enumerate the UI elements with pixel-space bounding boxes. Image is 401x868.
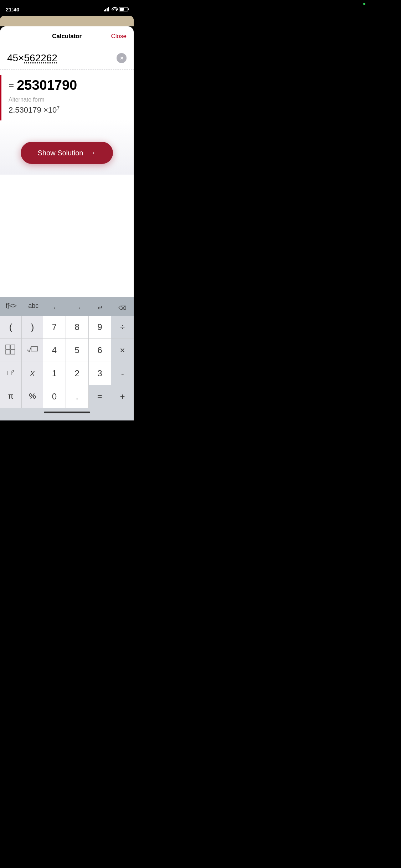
key-dot: .	[76, 392, 78, 402]
calculator-header: Calculator Close	[0, 26, 134, 45]
calculator-title: Calculator	[52, 33, 82, 40]
right-arrow-icon: →	[75, 304, 81, 312]
kb-right-arrow-btn[interactable]: →	[67, 301, 89, 314]
key-8: 8	[74, 322, 79, 332]
wifi-icon	[111, 7, 117, 11]
pi-percent-row: π %	[0, 385, 43, 408]
kb-divide-btn[interactable]: ÷	[111, 316, 134, 339]
kb-8-btn[interactable]: 8	[66, 316, 88, 339]
alternate-base: 2.530179	[9, 105, 41, 114]
pi-label: π	[8, 392, 13, 401]
kb-equals-btn[interactable]: =	[89, 385, 111, 408]
clear-button[interactable]	[117, 53, 127, 63]
kb-x-var-btn[interactable]: x	[22, 362, 43, 385]
svg-rect-2	[6, 350, 10, 354]
show-solution-area: Show Solution →	[0, 120, 134, 175]
kb-5-btn[interactable]: 5	[66, 339, 88, 362]
keyboard-main-grid: ( )	[0, 316, 134, 408]
kb-left-arrow-btn[interactable]: ←	[45, 301, 67, 314]
kb-9-btn[interactable]: 9	[89, 316, 111, 339]
svg-rect-0	[6, 345, 10, 349]
key-2: 2	[74, 368, 79, 378]
status-time: 21:40	[6, 6, 19, 12]
kb-minus-btn[interactable]: -	[111, 362, 134, 385]
key-9: 9	[97, 322, 102, 332]
home-bar	[44, 412, 90, 413]
kb-7-btn[interactable]: 7	[43, 316, 66, 339]
key-minus: -	[121, 368, 124, 378]
kb-0-btn[interactable]: 0	[43, 385, 66, 408]
functions-icon: f∫<>	[6, 302, 17, 310]
svg-rect-3	[11, 350, 15, 354]
key-5: 5	[74, 345, 79, 355]
kb-plus-btn[interactable]: +	[111, 385, 134, 408]
result-value: 25301790	[17, 78, 77, 93]
square-x-row: □2 x	[0, 362, 43, 385]
kb-close-paren-btn[interactable]: )	[22, 316, 43, 339]
svg-rect-4	[31, 347, 37, 351]
result-line: = 25301790	[9, 78, 127, 93]
battery-icon	[119, 7, 128, 11]
home-indicator-area	[0, 408, 134, 420]
kb-1-btn[interactable]: 1	[43, 362, 66, 385]
keyboard-top-row: f∫<> ··· abc ··· ← → ↵ ⌫	[0, 297, 134, 316]
status-bar: 21:40	[0, 0, 134, 16]
kb-functions-btn[interactable]: f∫<> ···	[0, 301, 22, 314]
equals-sign: =	[9, 80, 14, 91]
key-plus: +	[120, 392, 125, 402]
show-solution-label: Show Solution	[38, 149, 83, 157]
parens-row: ( )	[0, 316, 43, 339]
close-paren-label: )	[31, 322, 34, 333]
kb-abc-btn[interactable]: abc ···	[22, 301, 45, 314]
key-7: 7	[52, 322, 57, 332]
prev-card-peek	[0, 16, 134, 26]
calculator-card: Calculator Close 45×562262 = 25301790 Al…	[0, 26, 134, 297]
alternate-value: 2.530179 ×107	[9, 105, 127, 115]
status-icons	[104, 7, 128, 11]
key-1: 1	[52, 368, 57, 378]
kb-open-paren-btn[interactable]: (	[0, 316, 21, 339]
kb-dot-btn[interactable]: .	[66, 385, 88, 408]
key-divide: ÷	[120, 322, 125, 332]
x-var-label: x	[31, 368, 35, 378]
key-0: 0	[52, 392, 57, 402]
kb-backspace-btn[interactable]: ⌫	[112, 301, 134, 314]
kb-enter-btn[interactable]: ↵	[89, 301, 112, 314]
kb-3-btn[interactable]: 3	[89, 362, 111, 385]
kb-percent-btn[interactable]: %	[22, 385, 43, 408]
percent-label: %	[29, 392, 36, 401]
special-keys-column: ( )	[0, 316, 43, 408]
keyboard-area: f∫<> ··· abc ··· ← → ↵ ⌫ (	[0, 297, 134, 420]
kb-sqrt-btn[interactable]	[22, 339, 43, 362]
svg-rect-1	[11, 345, 15, 349]
numpad-grid: 7 8 9 ÷ 4 5 6 × 1 2 3 - 0 . = +	[43, 316, 134, 408]
result-container: = 25301790 Alternate form 2.530179 ×107	[0, 75, 134, 120]
show-solution-button[interactable]: Show Solution →	[21, 142, 113, 164]
key-multiply: ×	[120, 345, 125, 355]
square-label: □2	[7, 369, 14, 377]
kb-6-btn[interactable]: 6	[89, 339, 111, 362]
kb-square-btn[interactable]: □2	[0, 362, 21, 385]
enter-icon: ↵	[98, 304, 103, 312]
matrix-icon	[5, 344, 16, 356]
left-arrow-icon: ←	[52, 304, 59, 312]
result-border-area: = 25301790 Alternate form 2.530179 ×107	[0, 75, 134, 120]
alternate-times: ×10	[43, 105, 57, 114]
kb-multiply-btn[interactable]: ×	[111, 339, 134, 362]
expression-area: 45×562262	[0, 45, 134, 70]
backspace-icon: ⌫	[116, 304, 129, 312]
expression-prefix: 45×	[7, 52, 24, 63]
open-paren-label: (	[9, 322, 12, 333]
close-button[interactable]: Close	[111, 33, 127, 40]
expression-underlined: 562262	[24, 52, 57, 63]
key-3: 3	[97, 368, 102, 378]
signal-icon	[104, 7, 109, 11]
kb-2-btn[interactable]: 2	[66, 362, 88, 385]
alternate-exp: 7	[57, 105, 60, 111]
kb-pi-btn[interactable]: π	[0, 385, 21, 408]
kb-matrix-btn[interactable]	[0, 339, 21, 362]
kb-4-btn[interactable]: 4	[43, 339, 66, 362]
battery-fill	[120, 8, 124, 11]
expression-text: 45×562262	[7, 52, 57, 64]
matrix-sqrt-row	[0, 339, 43, 362]
